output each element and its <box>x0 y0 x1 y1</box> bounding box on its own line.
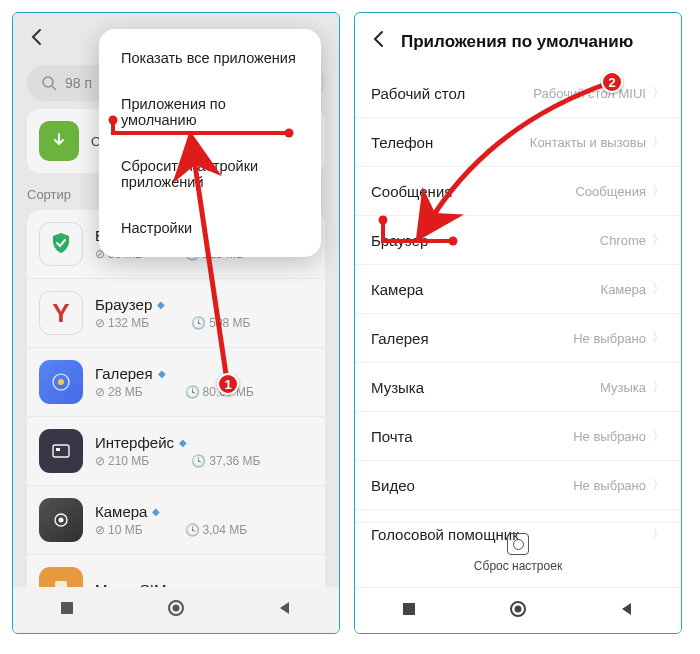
svg-rect-9 <box>61 602 73 614</box>
row-phone[interactable]: Телефон Контакты и вызовы 〉 <box>355 118 681 167</box>
chevron-right-icon: 〉 <box>652 378 665 396</box>
chevron-right-icon: 〉 <box>652 133 665 151</box>
chevron-right-icon: 〉 <box>652 476 665 494</box>
row-camera[interactable]: Камера Камера 〉 <box>355 265 681 314</box>
row-mail[interactable]: Почта Не выбрано 〉 <box>355 412 681 461</box>
chevron-right-icon: 〉 <box>652 84 665 102</box>
menu-settings[interactable]: Настройки <box>99 205 321 251</box>
nav-home-icon[interactable] <box>509 600 527 622</box>
row-music[interactable]: Музыка Музыка 〉 <box>355 363 681 412</box>
nav-bar <box>13 587 339 633</box>
nav-recent-icon[interactable] <box>401 601 417 621</box>
svg-rect-14 <box>403 603 415 615</box>
row-browser[interactable]: Браузер Chrome 〉 <box>355 216 681 265</box>
chevron-right-icon: 〉 <box>652 280 665 298</box>
reset-label: Сброс настроек <box>474 559 562 573</box>
page-title: Приложения по умолчанию <box>401 32 633 52</box>
chevron-right-icon: 〉 <box>652 427 665 445</box>
row-launcher[interactable]: Рабочий стол Рабочий стол MIUI 〉 <box>355 69 681 118</box>
overflow-menu: Показать все приложения Приложения по ум… <box>99 29 321 257</box>
row-value: Рабочий стол MIUI <box>533 86 646 101</box>
svg-point-16 <box>515 605 522 612</box>
menu-reset-app-settings[interactable]: Сбросить настройки приложений <box>99 143 321 205</box>
chevron-right-icon: 〉 <box>652 182 665 200</box>
row-messages[interactable]: Сообщения Сообщения 〉 <box>355 167 681 216</box>
reset-settings-button[interactable]: Сброс настроек <box>355 522 681 583</box>
chevron-right-icon: 〉 <box>652 231 665 249</box>
default-apps-list: Рабочий стол Рабочий стол MIUI 〉 Телефон… <box>355 69 681 558</box>
nav-bar <box>355 587 681 633</box>
screenshot-right: Приложения по умолчанию Рабочий стол Раб… <box>354 12 682 634</box>
screenshot-left: 98 п Обновл Сортир Безопасность◆ <box>12 12 340 634</box>
nav-back-icon[interactable] <box>277 600 293 620</box>
menu-show-all-apps[interactable]: Показать все приложения <box>99 35 321 81</box>
nav-recent-icon[interactable] <box>59 600 75 620</box>
row-label: Рабочий стол <box>371 85 533 102</box>
row-gallery[interactable]: Галерея Не выбрано 〉 <box>355 314 681 363</box>
nav-back-icon[interactable] <box>619 601 635 621</box>
reset-icon <box>507 533 529 555</box>
nav-home-icon[interactable] <box>167 599 185 621</box>
svg-point-11 <box>173 605 180 612</box>
chevron-right-icon: 〉 <box>652 329 665 347</box>
back-icon[interactable] <box>369 29 389 55</box>
right-header: Приложения по умолчанию <box>355 13 681 69</box>
row-video[interactable]: Видео Не выбрано 〉 <box>355 461 681 510</box>
menu-default-apps[interactable]: Приложения по умолчанию <box>99 81 321 143</box>
